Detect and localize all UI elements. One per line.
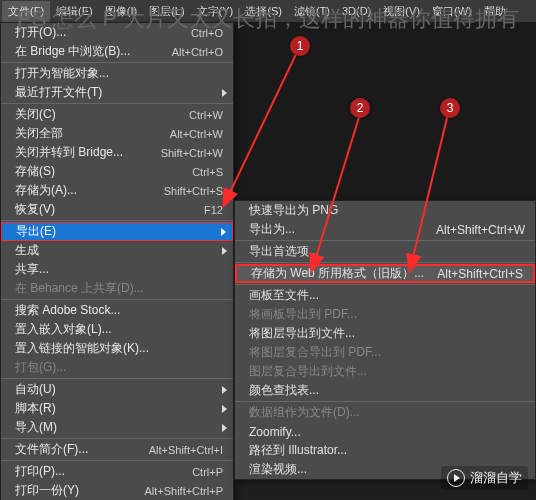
- menu-item[interactable]: 打印(P)...Ctrl+P: [1, 462, 233, 481]
- menu-item-label: 打包(G)...: [15, 359, 66, 376]
- menu-item[interactable]: 关闭全部Alt+Ctrl+W: [1, 124, 233, 143]
- menu-item[interactable]: 打开为智能对象...: [1, 64, 233, 83]
- menu-item-shortcut: Alt+Ctrl+W: [170, 128, 223, 140]
- menu-item: 打包(G)...: [1, 358, 233, 377]
- export-submenu[interactable]: 快速导出为 PNG导出为...Alt+Shift+Ctrl+W导出首选项...存…: [234, 200, 536, 480]
- menu-item-label: 打开(O)...: [15, 24, 66, 41]
- submenu-arrow-icon: [222, 405, 227, 413]
- menubar-item[interactable]: 帮助: [478, 1, 512, 22]
- submenu-item-label: 导出为...: [249, 221, 295, 238]
- menu-item[interactable]: 存储(S)Ctrl+S: [1, 162, 233, 181]
- menu-item-shortcut: Ctrl+P: [192, 466, 223, 478]
- submenu-arrow-icon: [222, 424, 227, 432]
- annotation-marker-1: 1: [290, 36, 310, 56]
- menubar-item[interactable]: 窗口(W): [426, 1, 478, 22]
- menubar-item[interactable]: 图层(L): [143, 1, 190, 22]
- menu-item-label: 在 Bridge 中浏览(B)...: [15, 43, 130, 60]
- menu-item-label: 最近打开文件(T): [15, 84, 102, 101]
- submenu-item: 将图层复合导出到 PDF...: [235, 343, 535, 362]
- menu-item[interactable]: 置入链接的智能对象(K)...: [1, 339, 233, 358]
- menu-item-label: 导出(E): [16, 223, 56, 240]
- menu-item-label: 打印(P)...: [15, 463, 65, 480]
- menu-item[interactable]: 搜索 Adobe Stock...: [1, 301, 233, 320]
- menu-item-shortcut: Alt+Shift+Ctrl+P: [144, 485, 223, 497]
- submenu-item: 数据组作为文件(D)...: [235, 403, 535, 422]
- menu-item-label: 自动(U): [15, 381, 56, 398]
- menu-item[interactable]: 恢复(V)F12: [1, 200, 233, 219]
- menu-item-label: 共享...: [15, 261, 49, 278]
- menubar-item[interactable]: 文件(F): [2, 1, 50, 22]
- submenu-item[interactable]: 画板至文件...: [235, 286, 535, 305]
- submenu-item[interactable]: 导出为...Alt+Shift+Ctrl+W: [235, 220, 535, 239]
- menu-item-shortcut: Alt+Shift+Ctrl+I: [149, 444, 223, 456]
- submenu-item-label: 将图层复合导出到 PDF...: [249, 344, 381, 361]
- watermark: 溜溜自学: [441, 466, 528, 490]
- menubar-item[interactable]: 3D(D): [336, 2, 377, 20]
- submenu-arrow-icon: [221, 228, 226, 236]
- submenu-item-label: 颜色查找表...: [249, 382, 319, 399]
- menu-item[interactable]: 关闭并转到 Bridge...Shift+Ctrl+W: [1, 143, 233, 162]
- play-icon: [447, 469, 465, 487]
- menu-item-shortcut: Ctrl+S: [192, 166, 223, 178]
- menu-item-label: 打印一份(Y): [15, 482, 79, 499]
- submenu-item[interactable]: 将图层导出到文件...: [235, 324, 535, 343]
- submenu-item-label: 路径到 Illustrator...: [249, 442, 347, 459]
- menu-item-label: 脚本(R): [15, 400, 56, 417]
- menu-item[interactable]: 导入(M): [1, 418, 233, 437]
- menu-item[interactable]: 关闭(C)Ctrl+W: [1, 105, 233, 124]
- canvas-workspace: [234, 22, 536, 200]
- menu-item-shortcut: Ctrl+O: [191, 27, 223, 39]
- menu-item-label: 打开为智能对象...: [15, 65, 109, 82]
- menu-item[interactable]: 文件简介(F)...Alt+Shift+Ctrl+I: [1, 440, 233, 459]
- menu-item[interactable]: 导出(E): [1, 222, 233, 241]
- submenu-item-label: 图层复合导出到文件...: [249, 363, 367, 380]
- menubar-item[interactable]: 图像(I): [99, 1, 143, 22]
- menu-item[interactable]: 置入嵌入对象(L)...: [1, 320, 233, 339]
- submenu-item[interactable]: 颜色查找表...: [235, 381, 535, 400]
- submenu-item-label: 数据组作为文件(D)...: [249, 404, 360, 421]
- submenu-item[interactable]: Zoomify...: [235, 422, 535, 441]
- menu-item[interactable]: 共享...: [1, 260, 233, 279]
- menu-item[interactable]: 存储为(A)...Shift+Ctrl+S: [1, 181, 233, 200]
- menu-item-label: 在 Behance 上共享(D)...: [15, 280, 144, 297]
- menu-item-shortcut: Shift+Ctrl+S: [164, 185, 223, 197]
- submenu-item-label: 画板至文件...: [249, 287, 319, 304]
- menu-item-label: 导入(M): [15, 419, 57, 436]
- menu-item-label: 恢复(V): [15, 201, 55, 218]
- menu-item-label: 置入嵌入对象(L)...: [15, 321, 112, 338]
- submenu-item-label: 渲染视频...: [249, 461, 307, 478]
- submenu-arrow-icon: [222, 247, 227, 255]
- submenu-item[interactable]: 路径到 Illustrator...: [235, 441, 535, 460]
- menubar-item[interactable]: 编辑(E): [50, 1, 99, 22]
- submenu-item-label: 将图层导出到文件...: [249, 325, 355, 342]
- menu-item-shortcut: Shift+Ctrl+W: [161, 147, 223, 159]
- submenu-item[interactable]: 导出首选项...: [235, 242, 535, 261]
- menu-item[interactable]: 打开(O)...Ctrl+O: [1, 23, 233, 42]
- menubar-item[interactable]: 选择(S): [239, 1, 288, 22]
- menubar[interactable]: 文件(F)编辑(E)图像(I)图层(L)文字(Y)选择(S)滤镜(T)3D(D)…: [0, 0, 536, 22]
- submenu-item[interactable]: 存储为 Web 所用格式（旧版）...Alt+Shift+Ctrl+S: [235, 264, 535, 283]
- menu-item[interactable]: 在 Bridge 中浏览(B)...Alt+Ctrl+O: [1, 42, 233, 61]
- menu-item[interactable]: 最近打开文件(T): [1, 83, 233, 102]
- annotation-marker-2: 2: [350, 98, 370, 118]
- menubar-item[interactable]: 文字(Y): [191, 1, 240, 22]
- submenu-item: 将画板导出到 PDF...: [235, 305, 535, 324]
- menu-item[interactable]: 脚本(R): [1, 399, 233, 418]
- menu-item-label: 搜索 Adobe Stock...: [15, 302, 120, 319]
- menu-item-label: 文件简介(F)...: [15, 441, 88, 458]
- submenu-item[interactable]: 快速导出为 PNG: [235, 201, 535, 220]
- submenu-item-shortcut: Alt+Shift+Ctrl+S: [437, 267, 523, 281]
- menu-item-shortcut: F12: [204, 204, 223, 216]
- submenu-item-label: 将画板导出到 PDF...: [249, 306, 357, 323]
- menubar-item[interactable]: 滤镜(T): [288, 1, 336, 22]
- menu-item[interactable]: 生成: [1, 241, 233, 260]
- menu-item-label: 存储为(A)...: [15, 182, 77, 199]
- submenu-item-label: Zoomify...: [249, 425, 301, 439]
- menu-item[interactable]: 打印一份(Y)Alt+Shift+Ctrl+P: [1, 481, 233, 500]
- menu-item[interactable]: 自动(U): [1, 380, 233, 399]
- menu-item-shortcut: Alt+Ctrl+O: [172, 46, 223, 58]
- file-menu-dropdown[interactable]: 打开(O)...Ctrl+O在 Bridge 中浏览(B)...Alt+Ctrl…: [0, 22, 234, 500]
- menubar-item[interactable]: 视图(V): [377, 1, 426, 22]
- annotation-marker-3: 3: [440, 98, 460, 118]
- submenu-item-shortcut: Alt+Shift+Ctrl+W: [436, 223, 525, 237]
